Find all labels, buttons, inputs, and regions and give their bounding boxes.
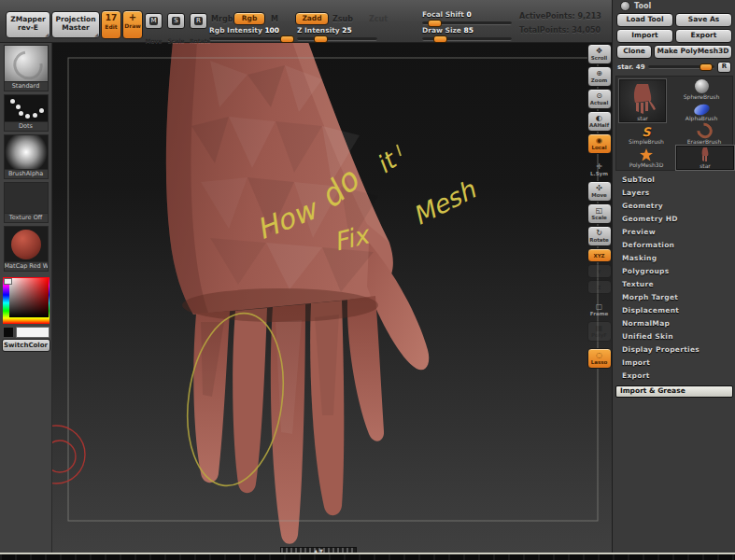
zoom-button[interactable]: ⊕Zoom	[587, 66, 612, 87]
z-intensity-label: Z Intensity 25	[297, 26, 352, 35]
load-tool-button[interactable]: Load Tool	[616, 13, 673, 27]
tool-panel-header[interactable]: Tool	[613, 0, 735, 11]
section-texture[interactable]: Texture	[613, 278, 735, 291]
material-selector[interactable]: MatCap Red Wa	[4, 226, 49, 272]
tool-name-slider[interactable]: star. 49 R	[613, 59, 735, 75]
hand-tool-icon	[698, 147, 713, 162]
sculpt-viewport[interactable]: How do it Fix Mesh	[51, 42, 612, 553]
scroll-button[interactable]: ✥Scroll	[587, 44, 612, 64]
tool-item[interactable]: AlphaBrush	[671, 101, 732, 121]
tool-item[interactable]: S SimpleBrush	[618, 123, 674, 145]
stroke-selector[interactable]: Dots	[4, 94, 49, 132]
lasso-button[interactable]: ◌Lasso	[587, 348, 612, 369]
section-unified-skin[interactable]: Unified Skin	[613, 330, 735, 343]
clone-button[interactable]: Clone	[616, 45, 652, 59]
tool-thumbnails: star SphereBrush AlphaBrush S SimpleBrus…	[615, 76, 733, 171]
section-geometry[interactable]: Geometry	[613, 200, 735, 213]
move-mode-button[interactable]: M Move	[145, 13, 163, 47]
brush-selector[interactable]: Standard	[4, 45, 49, 91]
texture-selector[interactable]: Texture Off	[4, 182, 49, 223]
sphere-brush-icon	[695, 79, 709, 93]
section-subtool[interactable]: SubTool	[613, 174, 735, 187]
scale-canvas-button[interactable]: ◱Scale	[587, 203, 612, 224]
move-icon: M	[149, 17, 158, 25]
scale-mode-button[interactable]: S Scale	[167, 13, 185, 47]
right-shelf: ✥Scroll ⊕Zoom ⊙Actual ◐AAHalf ◉Local ✛L.…	[587, 44, 612, 369]
lasso-icon: ◌	[596, 352, 602, 359]
export-button[interactable]: Export	[675, 29, 732, 43]
zsub-button[interactable]: Zsub	[332, 15, 353, 23]
color-picker[interactable]	[3, 277, 49, 324]
hand-tool-icon	[626, 84, 659, 115]
switch-color-button[interactable]: SwitchColor	[2, 339, 50, 352]
tool-item[interactable]: EraserBrush	[676, 123, 732, 145]
z-intensity-slider[interactable]	[297, 37, 377, 41]
secondary-color-swatch[interactable]	[3, 327, 14, 338]
z-axis-button[interactable]: Z	[587, 280, 612, 294]
actual-size-button[interactable]: ⊙Actual	[587, 89, 612, 109]
hand-mesh[interactable]	[166, 42, 429, 544]
tool-item-selected[interactable]: star	[676, 146, 734, 170]
primary-color-swatch[interactable]	[16, 327, 49, 338]
m-button[interactable]: M	[271, 15, 278, 23]
section-morph-target[interactable]: Morph Target	[613, 291, 735, 304]
local-button[interactable]: ◉Local	[587, 133, 612, 154]
section-display-properties[interactable]: Display Properties	[613, 343, 735, 357]
zadd-button[interactable]: Zadd	[295, 12, 329, 25]
focal-shift-slider[interactable]	[422, 21, 512, 25]
z-intensity-handle[interactable]	[314, 35, 328, 43]
total-points-counter: TotalPoints: 34,050	[519, 26, 601, 35]
picker-current-mark	[4, 278, 12, 285]
draw-size-handle[interactable]	[433, 35, 447, 43]
section-normalmap[interactable]: NormalMap	[613, 317, 735, 330]
save-as-button[interactable]: Save As	[675, 13, 732, 27]
left-sidebar: Standard Dots BrushAlpha Texture Off Mat…	[0, 42, 52, 553]
wireframe-icon: ▦	[596, 325, 603, 332]
section-masking[interactable]: Masking	[613, 252, 735, 265]
aahalf-button[interactable]: ◐AAHalf	[587, 111, 612, 132]
draw-button[interactable]: + Draw	[122, 10, 143, 39]
rotate-mode-button[interactable]: R Rotate	[190, 13, 207, 47]
section-polygroups[interactable]: Polygroups	[613, 265, 735, 278]
draw-size-slider[interactable]	[422, 37, 512, 41]
lsym-button[interactable]: ✛L.Sym	[588, 161, 611, 179]
polyframe-button[interactable]: ▦PolyF	[587, 321, 612, 342]
section-layers[interactable]: Layers	[613, 187, 735, 200]
document-canvas[interactable]: How do it Fix Mesh ▲ ▼	[51, 42, 612, 553]
section-export[interactable]: Export	[613, 370, 735, 383]
section-deformation[interactable]: Deformation	[613, 239, 735, 252]
make-polymesh3d-button[interactable]: Make PolyMesh3D	[654, 45, 732, 59]
import-button[interactable]: Import	[616, 29, 673, 43]
local-pivot-icon: ◉	[596, 137, 602, 145]
y-axis-button[interactable]: Y	[587, 264, 612, 278]
edit-button[interactable]: 17 Edit	[101, 10, 121, 39]
mrgb-button[interactable]: Mrgb	[211, 15, 233, 23]
edit-pencil-icon: 17	[102, 14, 120, 22]
frame-button[interactable]: ▢Frame	[588, 301, 611, 319]
saturation-value-square[interactable]	[9, 278, 49, 317]
tool-item[interactable]: SphereBrush	[671, 78, 732, 100]
tool-item[interactable]: PolyMesh3D	[618, 147, 674, 168]
half-circle-icon: ◐	[596, 115, 602, 122]
rgb-intensity-handle[interactable]	[280, 35, 294, 43]
restore-button[interactable]: R	[717, 62, 731, 73]
bottom-tray[interactable]	[0, 553, 735, 560]
standard-brush-icon	[4, 45, 49, 82]
rotate-canvas-button[interactable]: ↻Rotate	[587, 226, 612, 246]
xyz-button[interactable]: XYZ	[587, 248, 612, 262]
projection-master-button[interactable]: Projection Master ◢	[51, 11, 100, 38]
rgb-intensity-slider[interactable]	[209, 37, 290, 41]
alpha-selector[interactable]: BrushAlpha	[4, 134, 49, 179]
tool-slider-track[interactable]	[648, 65, 714, 69]
zcut-button[interactable]: Zcut	[369, 15, 388, 23]
section-displacement[interactable]: Displacement	[613, 304, 735, 317]
current-tool-thumbnail[interactable]: star	[619, 79, 666, 122]
section-import[interactable]: Import	[613, 357, 735, 370]
tool-slider-handle[interactable]	[700, 63, 713, 71]
section-geometry-hd[interactable]: Geometry HD	[613, 213, 735, 226]
zmapper-button[interactable]: ZMapper rev-E ◢	[6, 11, 50, 38]
section-preview[interactable]: Preview	[613, 226, 735, 239]
rgb-button[interactable]: Rgb	[233, 12, 265, 25]
move-canvas-button[interactable]: ✣Move	[587, 181, 612, 202]
import-grease-button[interactable]: Import & Grease	[615, 385, 733, 398]
